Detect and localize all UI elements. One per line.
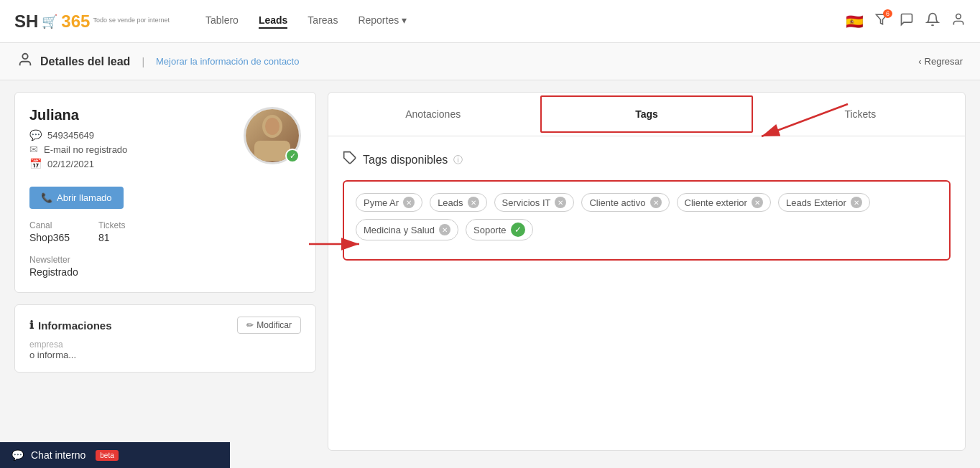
tag-leads-exterior-label: Leads Exterior [786,197,846,208]
tag-soporte-label: Soporte [473,225,507,235]
tag-pyme-ar[interactable]: Pyme Ar ✕ [356,193,422,212]
breadcrumb-user-icon [17,52,33,71]
empresa-label: empresa [29,340,301,350]
tickets-label: Tickets [98,220,126,230]
svg-point-1 [956,14,961,19]
tag-servicios-it-remove[interactable]: ✕ [555,197,566,208]
modify-label: Modificar [256,320,292,330]
modify-button[interactable]: ✏ Modificar [237,317,301,334]
tags-row-1: Pyme Ar ✕ Leads ✕ Servicios IT ✕ [356,193,938,212]
tickets-value: 81 [98,232,126,243]
canal-label: Canal [29,220,70,230]
nav-leads[interactable]: Leads [259,14,287,29]
chat-label: Chat interno [31,449,85,461]
tag-leads-exterior[interactable]: Leads Exterior ✕ [778,193,870,212]
logo[interactable]: SH 🛒 365 Todo se vende por internet [14,11,170,32]
nav-tablero[interactable]: Tablero [205,14,239,29]
tag-cliente-activo-remove[interactable]: ✕ [650,197,662,208]
filter-icon[interactable]: 6 [875,13,888,29]
breadcrumb-bar: Detalles del lead | Mejorar la informaci… [0,43,980,80]
info-circle-icon: ℹ [29,319,34,332]
chat-icon[interactable] [900,12,914,30]
chat-icon-bar: 💬 [11,449,24,461]
tags-header-text: Tags disponibles [363,154,448,167]
breadcrumb-title: Detalles del lead [40,55,130,68]
tag-icon [343,151,357,169]
chat-beta-badge: beta [96,450,118,461]
tag-leads-remove[interactable]: ✕ [468,197,479,208]
language-flag-icon[interactable]: 🇪🇸 [846,13,864,30]
tab-tags[interactable]: Tags [540,95,752,133]
tag-soporte-check[interactable]: ✓ [511,223,525,237]
calendar-icon: 📅 [29,158,42,169]
profile-date-row: 📅 02/12/2021 [29,158,127,169]
call-button-label: Abrir llamado [57,192,112,203]
tag-cliente-activo-label: Cliente activo [589,197,645,208]
newsletter-section: Newsletter Registrado [29,255,301,278]
navbar: SH 🛒 365 Todo se vende por internet Tabl… [0,0,980,43]
nav-right: 🇪🇸 6 [846,12,966,30]
tag-cliente-exterior[interactable]: Cliente exterior ✕ [677,193,771,212]
back-button[interactable]: ‹ Regresar [918,56,963,67]
tab-anotaciones[interactable]: Anotaciones [328,93,537,136]
stats-row: Canal Shop365 Tickets 81 [29,220,301,243]
breadcrumb-subtitle[interactable]: Mejorar la información de contacto [156,56,299,67]
open-call-button[interactable]: 📞 Abrir llamado [29,187,124,209]
informaciones-header: ℹ Informaciones ✏ Modificar [29,317,301,334]
tickets-stat: Tickets 81 [98,220,126,243]
phone-icon: 📞 [41,192,52,203]
tags-row-2: Medicina y Salud ✕ Soporte ✓ [356,219,938,240]
whatsapp-icon: 💬 [29,129,42,141]
nav-reportes[interactable]: Reportes ▾ [358,14,407,29]
profile-email: E-mail no registrado [44,144,127,155]
tag-soporte[interactable]: Soporte ✓ [466,219,533,240]
profile-phone-row: 💬 549345649 [29,129,127,141]
pencil-icon: ✏ [246,320,254,330]
logo-sh: SH [14,11,38,32]
logo-cart-icon: 🛒 [42,14,57,29]
tab-tickets[interactable]: Tickets [756,93,965,136]
informaciones-card: ℹ Informaciones ✏ Modificar empresa o in… [14,304,316,373]
notification-icon[interactable] [925,12,940,30]
email-icon: ✉ [29,144,38,155]
tag-pyme-ar-remove[interactable]: ✕ [403,197,415,208]
avatar-verified-icon: ✓ [285,149,300,163]
logo-sub: Todo se vende por internet [93,17,170,24]
main-content: Juliana 💬 549345649 ✉ E-mail no registra… [0,80,980,462]
informaciones-title-text: Informaciones [38,319,112,332]
back-label: Regresar [925,56,963,67]
canal-stat: Canal Shop365 [29,220,70,243]
logo-365: 365 [61,11,90,32]
tags-info-icon[interactable]: ⓘ [453,154,463,167]
breadcrumb-separator: | [142,56,144,67]
tag-medicina-salud[interactable]: Medicina y Salud ✕ [356,219,458,240]
svg-point-2 [22,54,27,59]
chat-bar[interactable]: 💬 Chat interno beta [0,442,230,462]
tag-pyme-ar-label: Pyme Ar [364,197,399,208]
tag-medicina-salud-remove[interactable]: ✕ [439,224,450,235]
tag-leads[interactable]: Leads ✕ [430,193,486,212]
profile-info: Juliana 💬 549345649 ✉ E-mail no registra… [29,107,127,172]
tag-cliente-exterior-label: Cliente exterior [685,197,747,208]
tag-servicios-it[interactable]: Servicios IT ✕ [494,193,575,212]
nav-tareas[interactable]: Tareas [308,14,338,29]
left-column: Juliana 💬 549345649 ✉ E-mail no registra… [14,92,316,451]
filter-badge: 6 [883,9,892,18]
tag-medicina-salud-label: Medicina y Salud [364,225,435,235]
tag-cliente-exterior-remove[interactable]: ✕ [752,197,763,208]
informaciones-title: ℹ Informaciones [29,319,112,332]
tag-cliente-activo[interactable]: Cliente activo ✕ [581,193,669,212]
tags-header: Tags disponibles ⓘ [343,151,951,169]
tag-leads-exterior-remove[interactable]: ✕ [851,197,862,208]
newsletter-value: Registrado [29,266,301,278]
tag-servicios-it-label: Servicios IT [502,197,551,208]
profile-name: Juliana [29,107,127,123]
user-icon[interactable] [951,12,966,30]
chevron-left-icon: ‹ [918,56,921,67]
nav-links: Tablero Leads Tareas Reportes ▾ [205,14,824,29]
tabs-row: Anotaciones Tags Tickets [328,93,965,136]
empresa-value: o informa... [29,350,301,360]
profile-date: 02/12/2021 [47,159,94,169]
profile-section: Juliana 💬 549345649 ✉ E-mail no registra… [29,107,301,172]
profile-card: Juliana 💬 549345649 ✉ E-mail no registra… [14,92,316,293]
